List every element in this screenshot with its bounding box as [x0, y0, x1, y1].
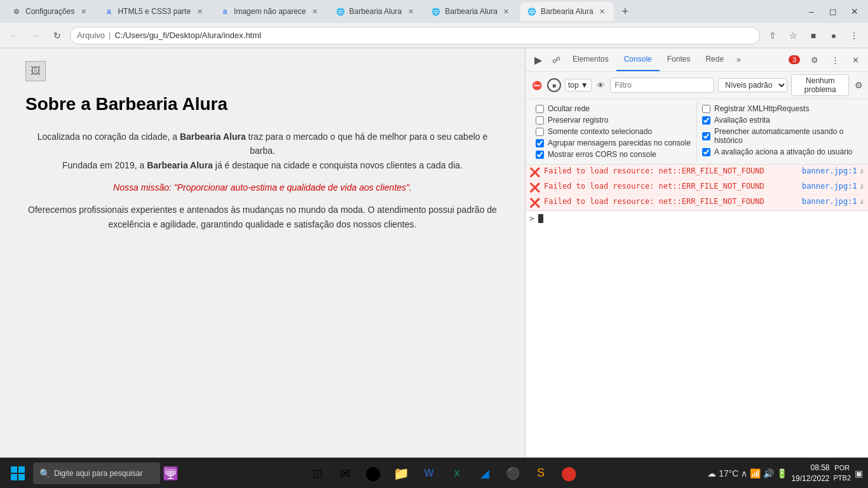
tab-barbearia1[interactable]: 🌐 Barbearia Alura ✕ — [329, 2, 423, 21]
tab-close-5[interactable]: ✕ — [501, 6, 512, 17]
reload-button[interactable]: ↻ — [48, 27, 66, 44]
cors-checkbox[interactable] — [536, 151, 544, 159]
page-content: 🖼 Sobre a Barbearia Alura Localizada no … — [0, 48, 525, 458]
para1-bold1: Barbearia Alura — [180, 132, 246, 142]
back-button[interactable]: ← — [5, 27, 23, 44]
error-download-1[interactable]: ⇩ — [860, 166, 864, 175]
console-input-row[interactable]: > — [526, 210, 868, 226]
devtools-settings-icon[interactable]: ⚙ — [806, 51, 824, 69]
error-row-1: ❌ Failed to load resource: net::ERR_FILE… — [526, 165, 868, 180]
avaliacao-ativa-checkbox[interactable] — [702, 148, 710, 156]
preservar-registro-checkbox[interactable] — [536, 116, 544, 125]
devtools-vertical-dots[interactable]: ⋮ — [826, 51, 844, 69]
forward-button[interactable]: → — [27, 27, 44, 44]
share-icon[interactable]: ⇧ — [764, 27, 782, 44]
tab-title-1: Configurações — [25, 7, 74, 16]
error-source-3[interactable]: banner.jpg:1 — [802, 197, 857, 206]
context-selector[interactable]: top ▼ — [565, 79, 592, 92]
console-clear-icon[interactable]: ⛔ — [529, 78, 545, 93]
taskbar-excel-icon[interactable]: X — [444, 461, 470, 486]
ocultar-rede-label: Ocultar rede — [548, 104, 590, 113]
devtools-inspect-icon[interactable]: ▶ — [529, 51, 547, 69]
devtools-tab-elementos[interactable]: Elementos — [565, 48, 616, 71]
devtools-tab-rede[interactable]: Rede — [698, 48, 731, 71]
window-close-button[interactable]: ✕ — [846, 3, 863, 20]
error-icon-1: ❌ — [529, 167, 540, 177]
clock[interactable]: 08:58 19/12/2022 — [791, 463, 829, 484]
address-bar[interactable]: Arquivo | C:/Users/gu_fi/Desktop/Alura/i… — [70, 27, 760, 44]
devtools-error-badge[interactable]: 3 — [785, 51, 803, 69]
devtools-tab-fontes[interactable]: Fontes — [660, 48, 698, 71]
somente-contexto-checkbox[interactable] — [536, 128, 544, 136]
window-restore-button[interactable]: ◻ — [825, 3, 841, 20]
eye-icon[interactable]: 👁 — [595, 78, 607, 93]
svg-rect-3 — [18, 474, 25, 480]
tab-title-5: Barbearia Alura — [445, 7, 498, 16]
tab-barbearia3[interactable]: 🌐 Barbearia Alura ✕ — [520, 2, 614, 21]
tab-configuracoes[interactable]: ⚙ Configurações ✕ — [5, 2, 95, 21]
setting-cors: Mostrar erros CORS no console — [536, 150, 691, 159]
tab-close-3[interactable]: ✕ — [310, 6, 320, 17]
setting-preservar-registro: Preservar registro — [536, 116, 691, 125]
new-tab-button[interactable]: + — [616, 3, 634, 20]
error-icon-3: ❌ — [529, 198, 540, 208]
preencher-checkbox[interactable] — [702, 132, 710, 140]
console-stop-icon[interactable]: ■ — [547, 78, 561, 92]
taskbar-chrome2-icon[interactable]: ⬤ — [556, 461, 581, 486]
taskbar-center-icons: ◫ ✉ ⬤ 📁 W X ◢ ⚫ S ⬤ — [181, 461, 705, 486]
console-settings-gear[interactable]: ⚙ — [853, 78, 864, 93]
setting-avaliacao-estrita: Avaliação estrita — [702, 116, 858, 125]
profile-icon[interactable]: ● — [825, 27, 843, 44]
battery-icon: 🔋 — [776, 468, 787, 478]
devtools-more-tabs[interactable]: » — [731, 48, 746, 71]
no-issues-button[interactable]: Nenhum problema — [791, 74, 849, 96]
console-settings: Ocultar rede Preservar registro Somente … — [526, 99, 868, 165]
error-source-2[interactable]: banner.jpg:1 — [802, 182, 857, 191]
devtools-close-icon[interactable]: ✕ — [846, 51, 864, 69]
error-download-3[interactable]: ⇩ — [860, 197, 864, 206]
registrar-xml-checkbox[interactable] — [702, 105, 710, 113]
tab-title-4: Barbearia Alura — [349, 7, 402, 16]
settings-col-left: Ocultar rede Preservar registro Somente … — [531, 102, 696, 161]
windows-logo-icon — [11, 466, 25, 480]
start-button[interactable] — [5, 461, 31, 486]
avaliacao-estrita-label: Avaliação estrita — [714, 116, 770, 125]
error-download-2[interactable]: ⇩ — [860, 182, 864, 191]
tab-html5css3[interactable]: a HTML5 e CSS3 parte ✕ — [97, 2, 211, 21]
taskbar-taskview-icon[interactable]: ◫ — [304, 461, 330, 486]
paragraph-3: Oferecemos profissionais experientes e a… — [25, 203, 499, 231]
bookmark-icon[interactable]: ☆ — [784, 27, 802, 44]
search-bar[interactable]: 🔍 Digite aqui para pesquisar — [33, 463, 160, 484]
menu-icon[interactable]: ⋮ — [845, 27, 863, 44]
error-source-1[interactable]: banner.jpg:1 — [802, 166, 857, 175]
tab-barbearia2[interactable]: 🌐 Barbearia Alura ✕ — [424, 2, 518, 21]
ocultar-rede-checkbox[interactable] — [536, 105, 544, 113]
tab-imagem[interactable]: a Imagem não aparece ✕ — [214, 2, 326, 21]
devtools-device-icon[interactable]: ☍ — [547, 51, 565, 69]
taskbar-chrome-icon[interactable]: ⬤ — [360, 461, 386, 486]
tab-close-4[interactable]: ✕ — [405, 6, 416, 17]
taskbar-word-icon[interactable]: W — [416, 461, 442, 486]
language-indicator[interactable]: POR PTB2 — [833, 463, 851, 483]
levels-select[interactable]: Níveis padrão — [718, 78, 787, 92]
devtools-tab-console[interactable]: Console — [616, 48, 660, 71]
taskbar-sublime-icon[interactable]: S — [528, 461, 553, 486]
taskbar-edge-icon[interactable]: ◢ — [472, 461, 498, 486]
taskbar-xbox-icon[interactable]: ⚫ — [500, 461, 526, 486]
svg-rect-2 — [11, 474, 17, 480]
avaliacao-estrita-checkbox[interactable] — [702, 116, 710, 125]
extensions-icon[interactable]: ■ — [804, 27, 822, 44]
taskbar-files-icon[interactable]: 📁 — [388, 461, 414, 486]
agrupar-checkbox[interactable] — [536, 139, 544, 147]
tab-close-1[interactable]: ✕ — [78, 6, 88, 17]
setting-agrupar: Agrupar mensagens parecidas no console — [536, 139, 691, 147]
tab-close-6[interactable]: ✕ — [597, 6, 607, 17]
weather-icon: ☁ — [707, 468, 716, 478]
notification-icon[interactable]: ▣ — [855, 468, 863, 478]
taskbar-mail-icon[interactable]: ✉ — [332, 461, 358, 486]
setting-registrar-xml: Registrar XMLHttpRequests — [702, 104, 858, 113]
up-arrow-icon[interactable]: ∧ — [741, 468, 747, 478]
filter-input[interactable] — [610, 78, 714, 93]
tab-close-2[interactable]: ✕ — [194, 6, 205, 17]
window-minimize-button[interactable]: – — [803, 3, 820, 20]
